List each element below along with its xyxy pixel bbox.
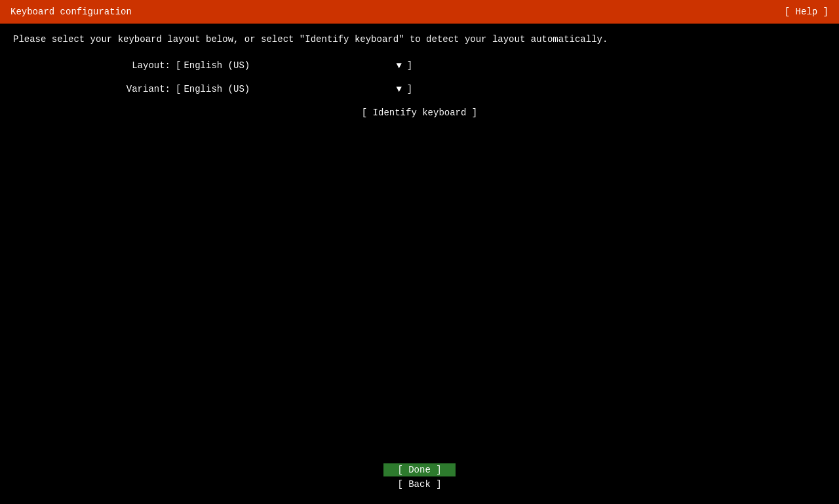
variant-label: Variant: (118, 84, 170, 94)
layout-label: Layout: (118, 60, 170, 71)
variant-row: Variant: [ English (US) ▼ ] (13, 84, 826, 94)
layout-dropdown[interactable]: [ English (US) ▼ ] (176, 60, 412, 71)
layout-bracket-open: [ (176, 60, 181, 71)
variant-bracket-open: [ (176, 84, 181, 94)
variant-value: English (US) (184, 84, 393, 94)
variant-bracket-close: ] (407, 84, 412, 94)
variant-arrow: ▼ (396, 84, 401, 94)
done-button[interactable]: [ Done ] (383, 463, 456, 476)
identify-keyboard-row: [ Identify keyboard ] (13, 107, 826, 118)
layout-value: English (US) (184, 60, 393, 71)
title-bar: Keyboard configuration [ Help ] (0, 0, 839, 24)
layout-arrow: ▼ (396, 60, 401, 71)
window-title: Keyboard configuration (10, 7, 132, 17)
identify-keyboard-button[interactable]: [ Identify keyboard ] (362, 107, 477, 118)
variant-dropdown[interactable]: [ English (US) ▼ ] (176, 84, 412, 94)
description-text: Please select your keyboard layout below… (13, 34, 826, 45)
layout-row: Layout: [ English (US) ▼ ] (13, 60, 826, 71)
back-button[interactable]: [ Back ] (383, 478, 456, 491)
bottom-buttons: [ Done ] [ Back ] (383, 463, 456, 491)
help-button[interactable]: [ Help ] (785, 7, 829, 17)
main-content: Please select your keyboard layout below… (0, 24, 839, 128)
layout-bracket-close: ] (407, 60, 412, 71)
